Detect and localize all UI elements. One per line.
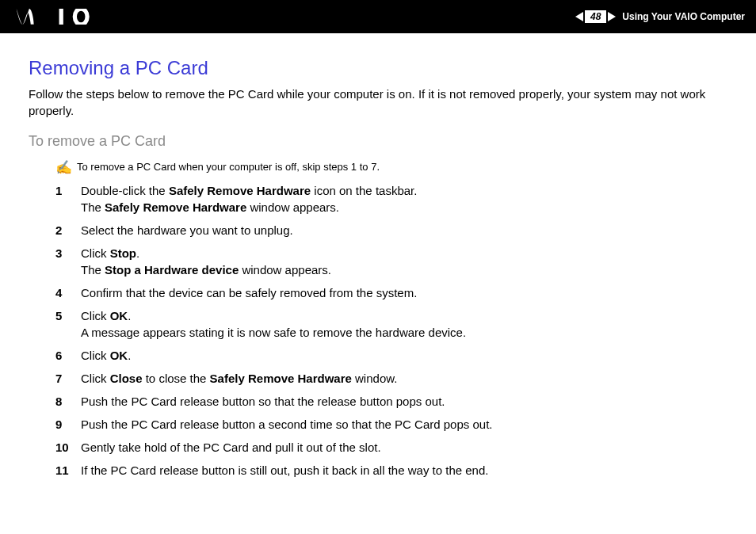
next-page-icon[interactable]	[608, 12, 616, 21]
step-item: Click Close to close the Safely Remove H…	[55, 370, 727, 387]
page-navigation: 48	[575, 10, 616, 23]
step-item: Gently take hold of the PC Card and pull…	[55, 439, 727, 456]
note-text: To remove a PC Card when your computer i…	[77, 161, 380, 173]
intro-text: Follow the steps below to remove the PC …	[29, 86, 727, 119]
steps-list: Double-click the Safely Remove Hardware …	[55, 182, 727, 479]
step-item: Select the hardware you want to unplug.	[55, 222, 727, 238]
step-item: Double-click the Safely Remove Hardware …	[55, 182, 727, 216]
step-item: Click OK.	[55, 347, 727, 364]
page-title: Removing a PC Card	[29, 57, 727, 79]
step-item: Push the PC Card release button a second…	[55, 416, 727, 433]
prev-page-icon[interactable]	[575, 12, 583, 21]
svg-rect-0	[59, 9, 63, 25]
subtitle: To remove a PC Card	[29, 133, 727, 150]
page-content: Removing a PC Card Follow the steps belo…	[0, 33, 756, 479]
step-item: Click OK.A message appears stating it is…	[55, 307, 727, 341]
page-header: 48 Using Your VAIO Computer	[0, 0, 756, 33]
page-number: 48	[585, 10, 606, 23]
step-item: If the PC Card release button is still o…	[55, 462, 727, 479]
section-title: Using Your VAIO Computer	[622, 10, 745, 24]
note: ✍ To remove a PC Card when your computer…	[55, 161, 727, 174]
step-item: Push the PC Card release button so that …	[55, 393, 727, 410]
vaio-logo	[16, 9, 92, 25]
step-item: Confirm that the device can be safely re…	[55, 284, 727, 301]
note-icon: ✍	[55, 161, 72, 174]
step-item: Click Stop.The Stop a Hardware device wi…	[55, 245, 727, 278]
